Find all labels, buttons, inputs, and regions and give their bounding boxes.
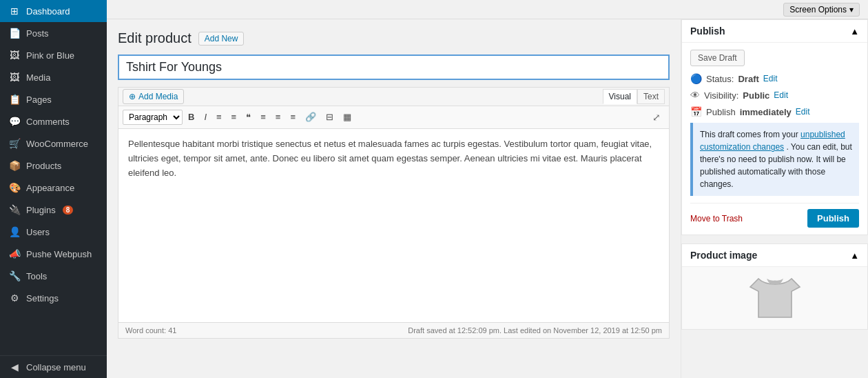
blockquote-button[interactable]: ❝ (242, 110, 255, 126)
sidebar-item-appearance[interactable]: 🎨 Appearance (0, 177, 107, 199)
draft-saved-info: Draft saved at 12:52:09 pm. Last edited … (408, 326, 662, 335)
sidebar-item-label: Users (26, 227, 50, 237)
plugins-icon: 🔌 (8, 204, 21, 215)
tab-visual[interactable]: Visual (603, 89, 637, 104)
pink-or-blue-icon: 🖼 (8, 50, 21, 61)
dashboard-icon: ⊞ (8, 6, 21, 17)
publish-time-edit-link[interactable]: Edit (796, 107, 810, 117)
publish-time-row: 📅 Publish immediately Edit (690, 106, 859, 117)
topbar: Screen Options ▾ (107, 0, 868, 19)
word-count: Word count: 41 (125, 326, 176, 335)
italic-button[interactable]: I (200, 110, 211, 126)
media-icon: 🖼 (8, 72, 21, 83)
notice-text: This draft comes from your (700, 130, 798, 139)
sidebar-item-label: Pages (26, 94, 52, 105)
view-tabs: Visual Text (603, 89, 665, 104)
chevron-up-icon2: ▲ (850, 250, 859, 261)
right-sidebar: Publish ▲ Save Draft 🔵 Status: Draft Edi… (681, 19, 868, 378)
screen-options-button[interactable]: Screen Options ▾ (783, 3, 860, 17)
visibility-icon: 👁 (690, 90, 700, 101)
product-image-header[interactable]: Product image ▲ (682, 244, 867, 267)
status-row: 🔵 Status: Draft Edit (690, 73, 859, 84)
sidebar: ⊞ Dashboard 📄 Posts 🖼 Pink or Blue 🖼 Med… (0, 0, 107, 378)
sidebar-item-pushe[interactable]: 📣 Pushe Webpush (0, 243, 107, 265)
sidebar-item-tools[interactable]: 🔧 Tools (0, 265, 107, 287)
visibility-edit-link[interactable]: Edit (774, 90, 788, 100)
publish-button[interactable]: Publish (807, 209, 859, 228)
calendar-icon: 📅 (690, 106, 702, 117)
add-media-icon: ⊕ (129, 92, 136, 101)
sidebar-item-posts[interactable]: 📄 Posts (0, 22, 107, 44)
add-media-button[interactable]: ⊕ Add Media (123, 89, 184, 104)
appearance-icon: 🎨 (8, 182, 21, 193)
align-left-button[interactable]: ≡ (256, 110, 270, 126)
visibility-label: Visibility: (704, 90, 738, 101)
sidebar-item-products[interactable]: 📦 Products (0, 155, 107, 177)
editor-footer: Word count: 41 Draft saved at 12:52:09 p… (118, 322, 669, 338)
align-center-button[interactable]: ≡ (271, 110, 285, 126)
product-title-input[interactable] (119, 56, 668, 79)
unordered-list-button[interactable]: ≡ (212, 110, 226, 126)
paragraph-select[interactable]: Paragraph (123, 110, 183, 125)
publish-box-header[interactable]: Publish ▲ (682, 20, 867, 43)
fullscreen-button[interactable]: ⤢ (648, 109, 665, 126)
sidebar-item-dashboard[interactable]: ⊞ Dashboard (0, 0, 107, 22)
visibility-value: Public (743, 90, 769, 101)
product-image-body (682, 267, 867, 329)
pushe-icon: 📣 (8, 248, 21, 259)
sidebar-item-label: Pushe Webpush (26, 249, 92, 259)
tab-text[interactable]: Text (637, 89, 665, 104)
main-area: Screen Options ▾ Edit product Add New ⊕ (107, 0, 868, 378)
comments-icon: 💬 (8, 116, 21, 127)
editor-tabs-bar: ⊕ Add Media Visual Text (118, 88, 669, 106)
status-label: Status: (706, 74, 734, 84)
publish-box-body: Save Draft 🔵 Status: Draft Edit 👁 Visibi… (682, 43, 867, 235)
add-new-button[interactable]: Add New (198, 32, 245, 46)
sidebar-item-pink-or-blue[interactable]: 🖼 Pink or Blue (0, 44, 107, 66)
sidebar-item-label: Plugins (26, 205, 56, 215)
sidebar-item-label: Tools (26, 271, 47, 281)
link-button[interactable]: 🔗 (301, 110, 320, 126)
title-input-wrapper (118, 54, 670, 80)
status-value: Draft (738, 74, 758, 84)
table-button[interactable]: ⊟ (322, 110, 338, 126)
sidebar-item-label: WooCommerce (26, 139, 88, 149)
editor-text: Pellentesque habitant morbi tristique se… (128, 137, 659, 180)
sidebar-item-label: Appearance (26, 183, 74, 193)
tshirt-svg (747, 270, 803, 326)
sidebar-item-users[interactable]: 👤 Users (0, 221, 107, 243)
move-trash-link[interactable]: Move to Trash (690, 214, 743, 223)
sidebar-item-plugins[interactable]: 🔌 Plugins 8 (0, 199, 107, 221)
status-edit-link[interactable]: Edit (763, 74, 778, 83)
woocommerce-icon: 🛒 (8, 138, 21, 149)
more-toolbar-button[interactable]: ▦ (339, 110, 355, 126)
align-right-button[interactable]: ≡ (286, 110, 300, 126)
sidebar-item-pages[interactable]: 📋 Pages (0, 88, 107, 110)
sidebar-item-label: Products (26, 161, 61, 171)
sidebar-item-comments[interactable]: 💬 Comments (0, 110, 107, 132)
bold-button[interactable]: B (184, 110, 198, 126)
sidebar-item-media[interactable]: 🖼 Media (0, 66, 107, 88)
add-media-label: Add Media (138, 92, 178, 101)
chevron-down-icon: ▾ (849, 5, 854, 14)
formatting-toolbar: Paragraph B I ≡ ≡ ❝ ≡ ≡ ≡ 🔗 ⊟ ▦ ⤢ (118, 106, 669, 129)
save-draft-button[interactable]: Save Draft (690, 50, 745, 66)
sidebar-item-woocommerce[interactable]: 🛒 WooCommerce (0, 132, 107, 155)
page-title: Edit product (118, 30, 192, 46)
tools-icon: 🔧 (8, 270, 21, 281)
plugins-badge: 8 (63, 206, 74, 215)
pages-icon: 📋 (8, 94, 21, 105)
publish-footer: Move to Trash Publish (690, 203, 859, 228)
content-area: Edit product Add New ⊕ Add Media Visual (107, 19, 868, 378)
customization-notice: This draft comes from your unpublished c… (690, 123, 859, 196)
sidebar-item-label: Media (26, 72, 50, 83)
editor-box: ⊕ Add Media Visual Text Paragraph B I ≡ (118, 87, 670, 339)
sidebar-item-label: Pink or Blue (26, 50, 74, 61)
sidebar-item-settings[interactable]: ⚙ Settings (0, 287, 107, 309)
editor-area: Edit product Add New ⊕ Add Media Visual (107, 19, 681, 378)
editor-content[interactable]: Pellentesque habitant morbi tristique se… (118, 129, 669, 322)
publish-box: Publish ▲ Save Draft 🔵 Status: Draft Edi… (681, 19, 868, 235)
sidebar-collapse[interactable]: ◀ Collapse menu (0, 355, 107, 378)
sidebar-item-label: Dashboard (26, 6, 70, 17)
ordered-list-button[interactable]: ≡ (227, 110, 241, 126)
